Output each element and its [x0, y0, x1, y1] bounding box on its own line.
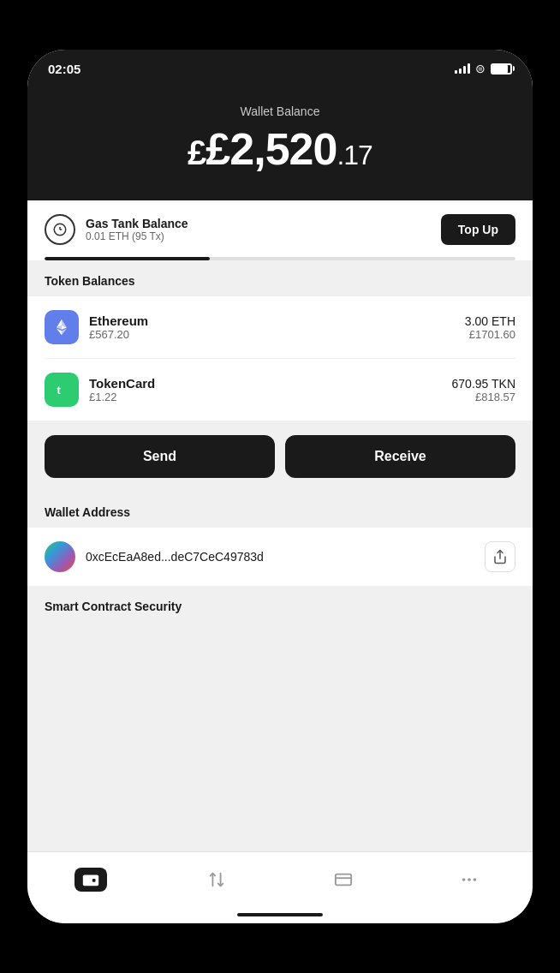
ethereum-details: Ethereum £567.20: [89, 313, 465, 341]
phone-frame: 02:05 ⊜ Wallet Balance ££2,520.17: [0, 0, 560, 973]
tokencard-icon: t: [45, 373, 79, 407]
wifi-icon: ⊜: [475, 62, 486, 75]
tokencard-name: TokenCard: [89, 376, 452, 391]
gas-tank-header: Gas Tank Balance 0.01 ETH (95 Tx) Top Up: [45, 214, 515, 245]
token-balances-label: Token Balances: [27, 260, 533, 296]
svg-point-15: [462, 878, 466, 881]
gas-tank-left: Gas Tank Balance 0.01 ETH (95 Tx): [45, 214, 188, 245]
svg-rect-11: [83, 875, 98, 886]
share-address-button[interactable]: [485, 541, 515, 572]
smart-contract-label: Smart Contract Security: [27, 586, 533, 622]
ethereum-token-row[interactable]: Ethereum £567.20 3.00 ETH £1701.60: [45, 296, 515, 359]
gas-progress-fill: [45, 257, 210, 260]
gas-tank-info: Gas Tank Balance 0.01 ETH (95 Tx): [86, 217, 188, 242]
wallet-balance-amount: ££2,520.17: [48, 123, 512, 175]
more-nav-icon: [453, 868, 486, 892]
tokencard-fiat-value: £818.57: [452, 391, 515, 403]
wallet-address-card: 0xcEcEaA8ed...deC7CeC49783d: [27, 528, 533, 586]
gas-tank-subtitle: 0.01 ETH (95 Tx): [86, 230, 188, 242]
bottom-nav: [27, 851, 533, 906]
tokencard-balance: 670.95 TKN £818.57: [452, 377, 515, 403]
ethereum-fiat-price: £567.20: [89, 328, 465, 341]
svg-rect-12: [92, 879, 96, 882]
card-nav-icon: [327, 868, 360, 892]
wallet-address-section: Wallet Address 0xcEcEaA8ed...deC7CeC4978…: [27, 492, 533, 586]
receive-button[interactable]: Receive: [285, 435, 515, 478]
address-avatar: [45, 541, 75, 572]
svg-point-16: [468, 878, 471, 881]
content-area: Gas Tank Balance 0.01 ETH (95 Tx) Top Up…: [27, 200, 533, 851]
status-time: 02:05: [48, 62, 80, 76]
nav-item-wallet[interactable]: [27, 852, 154, 906]
svg-text:t: t: [57, 384, 62, 397]
home-bar: [237, 913, 323, 916]
balance-cents: .17: [337, 140, 372, 170]
nav-item-card[interactable]: [280, 852, 407, 906]
send-button[interactable]: Send: [45, 435, 275, 478]
ethereum-icon: [45, 310, 79, 344]
header-section: Wallet Balance ££2,520.17: [27, 87, 533, 200]
token-card: Ethereum £567.20 3.00 ETH £1701.60 t: [27, 296, 533, 421]
gas-tank-icon: [45, 214, 75, 245]
ethereum-name: Ethereum: [89, 313, 465, 328]
transactions-nav-icon: [200, 868, 233, 892]
token-balances-section: Token Balances: [27, 260, 533, 421]
top-up-button[interactable]: Top Up: [441, 214, 515, 245]
battery-icon: [491, 63, 512, 75]
ethereum-balance: 3.00 ETH £1701.60: [465, 314, 515, 341]
tokencard-amount: 670.95 TKN: [452, 377, 515, 391]
tokencard-token-row[interactable]: t TokenCard £1.22 670.95 TKN £818.57: [45, 359, 515, 421]
ethereum-amount: 3.00 ETH: [465, 314, 515, 328]
wallet-nav-icon: [74, 868, 107, 892]
wallet-balance-label: Wallet Balance: [48, 104, 512, 118]
ethereum-fiat-value: £1701.60: [465, 328, 515, 341]
status-bar: 02:05 ⊜: [27, 50, 533, 87]
status-icons: ⊜: [455, 62, 512, 75]
address-text: 0xcEcEaA8ed...deC7CeC49783d: [86, 550, 264, 564]
signal-icon: [455, 63, 470, 74]
gas-progress-bar: [45, 257, 515, 260]
action-buttons: Send Receive: [27, 421, 533, 492]
balance-main: £2,520: [206, 124, 337, 174]
smart-contract-section: Smart Contract Security: [27, 586, 533, 622]
gas-tank-title: Gas Tank Balance: [86, 217, 188, 230]
address-left: 0xcEcEaA8ed...deC7CeC49783d: [45, 541, 264, 572]
tokencard-details: TokenCard £1.22: [89, 376, 452, 403]
nav-item-transactions[interactable]: [154, 852, 281, 906]
svg-marker-5: [62, 328, 67, 335]
svg-marker-6: [57, 328, 62, 335]
nav-item-more[interactable]: [407, 852, 533, 906]
home-indicator: [27, 906, 533, 923]
svg-rect-13: [336, 874, 351, 885]
phone-screen: 02:05 ⊜ Wallet Balance ££2,520.17: [27, 50, 533, 923]
tokencard-fiat-price: £1.22: [89, 391, 452, 403]
gas-tank-card: Gas Tank Balance 0.01 ETH (95 Tx) Top Up: [27, 200, 533, 260]
currency-symbol: £: [188, 134, 206, 171]
svg-point-17: [474, 878, 477, 881]
wallet-address-label: Wallet Address: [27, 492, 533, 528]
